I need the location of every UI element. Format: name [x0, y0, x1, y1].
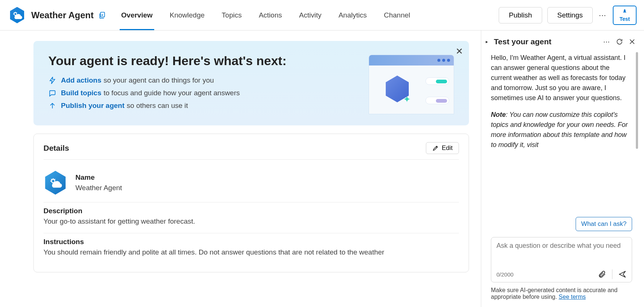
test-toggle-label: Test: [619, 16, 630, 22]
name-value: Weather Agent: [75, 184, 122, 192]
ai-disclaimer: Make sure AI-generated content is accura…: [484, 287, 639, 300]
bolt-icon: [48, 76, 56, 84]
refresh-icon[interactable]: [616, 38, 623, 45]
banner-link-topics[interactable]: Build topics: [61, 89, 101, 97]
details-title: Details: [43, 144, 69, 153]
tab-overview[interactable]: Overview: [120, 0, 154, 30]
banner-item-actions: Add actions so your agent can do things …: [48, 76, 369, 84]
detail-name-row: Name Weather Agent: [43, 166, 459, 202]
name-label: Name: [75, 173, 122, 182]
tab-knowledge[interactable]: Knowledge: [168, 0, 206, 30]
svg-point-0: [14, 13, 17, 15]
agent-name: Weather Agent: [31, 10, 94, 20]
settings-button[interactable]: Settings: [547, 7, 593, 23]
tab-actions[interactable]: Actions: [257, 0, 283, 30]
weather-icon: [49, 176, 62, 189]
attach-icon[interactable]: [598, 270, 606, 278]
char-counter: 0/2000: [496, 271, 514, 278]
close-icon[interactable]: [628, 38, 636, 45]
suggestion-chip[interactable]: What can I ask?: [576, 217, 632, 231]
banner-item-topics: Build topics to focus and guide how your…: [48, 89, 369, 97]
edit-button[interactable]: Edit: [426, 142, 459, 154]
publish-button[interactable]: Publish: [499, 7, 542, 23]
bot-greeting: Hello, I'm Weather Agent, a virtual assi…: [491, 53, 632, 103]
ready-banner: ✕ Your agent is ready! Here's what's nex…: [33, 41, 469, 125]
header-actions: Publish Settings ⋯ Test: [499, 6, 637, 25]
chat-input-box: 0/2000: [491, 237, 632, 282]
banner-link-publish[interactable]: Publish your agent: [61, 102, 124, 110]
details-card: Details Edit Name Weather Agent: [33, 134, 469, 272]
main-content: ✕ Your agent is ready! Here's what's nex…: [0, 31, 481, 307]
chat-icon: [48, 89, 56, 97]
nav-tabs: Overview Knowledge Topics Actions Activi…: [120, 0, 412, 30]
agent-logo-hex: [9, 7, 25, 23]
weather-icon: [12, 10, 22, 20]
chat-messages: Hello, I'm Weather Agent, a virtual assi…: [484, 49, 639, 213]
banner-close-icon[interactable]: ✕: [456, 46, 463, 57]
collapse-icon[interactable]: ▸: [486, 39, 492, 44]
bot-note: Note: You can now customize this copilot…: [491, 110, 632, 150]
pin-icon: [621, 9, 628, 15]
tab-channel[interactable]: Channel: [382, 0, 412, 30]
test-panel-title: Test your agent: [494, 37, 551, 46]
detail-instr-row: Instructions You should remain friendly …: [43, 233, 459, 264]
tab-activity[interactable]: Activity: [298, 0, 323, 30]
divider: [612, 269, 612, 279]
banner-illustration: ✦: [369, 55, 454, 114]
top-header: Weather Agent Overview Knowledge Topics …: [0, 0, 644, 31]
banner-item-publish: Publish your agent so others can use it: [48, 102, 369, 110]
arrow-up-icon: [48, 102, 56, 110]
see-terms-link[interactable]: See terms: [559, 294, 586, 300]
scrollbar[interactable]: [636, 52, 638, 149]
instr-label: Instructions: [43, 238, 459, 246]
svg-point-2: [52, 179, 55, 183]
desc-value: Your go-to assistant for getting weather…: [43, 217, 459, 226]
send-icon[interactable]: [618, 270, 627, 278]
test-panel: ▸ Test your agent ⋯ Hello, I'm Weather A…: [481, 31, 644, 307]
tab-analytics[interactable]: Analytics: [337, 0, 368, 30]
instr-value: You should remain friendly and polite at…: [43, 248, 459, 256]
detail-agent-icon: [43, 171, 67, 195]
panel-more-icon[interactable]: ⋯: [603, 38, 611, 46]
test-toggle-button[interactable]: Test: [613, 6, 637, 25]
detail-desc-row: Description Your go-to assistant for get…: [43, 202, 459, 233]
pencil-icon: [432, 145, 439, 151]
banner-title: Your agent is ready! Here's what's next:: [48, 54, 369, 68]
header-more-icon[interactable]: ⋯: [598, 10, 608, 20]
tab-topics[interactable]: Topics: [220, 0, 243, 30]
test-panel-header: ▸ Test your agent ⋯: [484, 35, 639, 49]
banner-link-actions[interactable]: Add actions: [61, 76, 101, 84]
agent-copy-icon[interactable]: [98, 11, 106, 19]
chat-input[interactable]: [496, 242, 627, 269]
desc-label: Description: [43, 207, 459, 215]
